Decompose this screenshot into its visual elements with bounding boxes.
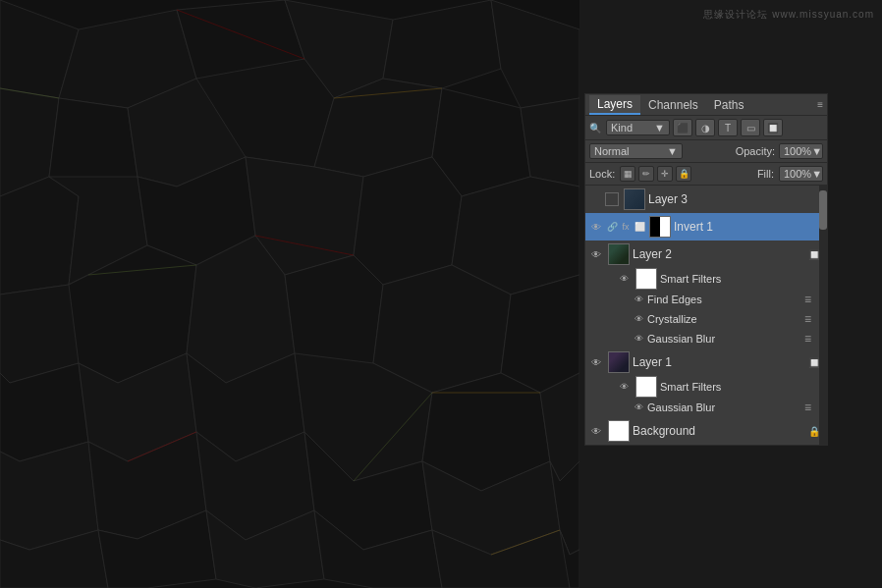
- blend-mode-row: Normal ▼ Opacity: 100% ▼: [585, 140, 827, 163]
- sf2-thumb: [635, 268, 657, 290]
- background-name: Background: [633, 424, 807, 438]
- svg-marker-14: [0, 177, 79, 294]
- shape-filter-btn[interactable]: ▭: [741, 119, 760, 136]
- crystallize-visibility-icon[interactable]: 👁: [630, 309, 647, 329]
- kind-label: Kind: [611, 122, 633, 134]
- background-thumb: [608, 420, 630, 442]
- opacity-input[interactable]: 100% ▼: [779, 143, 823, 159]
- invert1-mask-icon: ⬜: [633, 213, 646, 241]
- layer3-name: Layer 3: [648, 192, 825, 206]
- invert1-visibility-icon[interactable]: 👁: [587, 213, 605, 241]
- adjustment-filter-btn[interactable]: ◑: [695, 119, 715, 136]
- fill-arrow: ▼: [811, 168, 822, 180]
- gaussianblur1-name: Gaussian Blur: [647, 333, 804, 345]
- visibility-icon[interactable]: [587, 186, 605, 213]
- blend-mode-dropdown[interactable]: Normal ▼: [589, 143, 683, 159]
- layer1-name: Layer 1: [633, 355, 807, 369]
- fill-input[interactable]: 100% ▼: [779, 166, 823, 182]
- canvas-area: [0, 0, 579, 588]
- gaussianblur1-settings-icon[interactable]: ≡: [804, 332, 811, 346]
- layer-row[interactable]: Layer 3: [585, 186, 827, 213]
- kind-dropdown[interactable]: Kind ▼: [606, 120, 670, 135]
- layer3-checkbox[interactable]: [605, 192, 619, 206]
- layers-scrollbar[interactable]: [819, 186, 827, 445]
- pixel-filter-btn[interactable]: ⬛: [673, 119, 692, 136]
- gaussianblur2-name: Gaussian Blur: [647, 401, 804, 413]
- lock-label: Lock:: [589, 168, 615, 180]
- layer-list: Layer 3 👁 🔗 fx ⬜ Invert 1 👁 Layer 2 🔲 👁 …: [585, 186, 827, 445]
- invert1-name: Invert 1: [674, 220, 825, 234]
- gaussianblur2-visibility-icon[interactable]: 👁: [630, 398, 647, 417]
- watermark: 思缘设计论坛 www.missyuan.com: [703, 8, 874, 22]
- kind-arrow: ▼: [654, 122, 665, 134]
- crystallize-row[interactable]: 👁 Crystallize ≡: [585, 309, 827, 329]
- tab-layers[interactable]: Layers: [589, 95, 640, 115]
- findedges-settings-icon[interactable]: ≡: [804, 293, 811, 306]
- findedges-row[interactable]: 👁 Find Edges ≡: [585, 290, 827, 309]
- layer2-thumb: [608, 243, 630, 265]
- invert1-row[interactable]: 👁 🔗 fx ⬜ Invert 1: [585, 213, 827, 241]
- sf2-visibility-icon[interactable]: 👁: [615, 268, 633, 290]
- sf2-name: Smart Filters: [660, 273, 825, 285]
- lock-position-btn[interactable]: ✛: [657, 166, 673, 182]
- panel-menu-icon[interactable]: ≡: [817, 99, 823, 110]
- layer2-row[interactable]: 👁 Layer 2 🔲: [585, 241, 827, 268]
- scrollbar-thumb[interactable]: [819, 190, 827, 230]
- search-icon: 🔍: [589, 123, 601, 134]
- lock-transparent-btn[interactable]: ▦: [620, 166, 635, 182]
- type-filter-btn[interactable]: T: [718, 119, 738, 136]
- kind-row: 🔍 Kind ▼ ⬛ ◑ T ▭ 🔲: [585, 116, 827, 140]
- blend-mode-label: Normal: [594, 145, 629, 157]
- fill-label: Fill:: [757, 168, 774, 180]
- crystallize-settings-icon[interactable]: ≡: [804, 312, 811, 326]
- layer3-thumb: [624, 188, 645, 210]
- blend-mode-arrow: ▼: [667, 145, 678, 157]
- sf1-visibility-icon[interactable]: 👁: [615, 376, 633, 398]
- gaussianblur1-row[interactable]: 👁 Gaussian Blur ≡: [585, 329, 827, 348]
- gaussianblur1-visibility-icon[interactable]: 👁: [630, 329, 647, 348]
- layer1-row[interactable]: 👁 Layer 1 🔲: [585, 348, 827, 376]
- tab-paths[interactable]: Paths: [706, 96, 752, 114]
- findedges-name: Find Edges: [647, 294, 804, 305]
- sf1-name: Smart Filters: [660, 381, 825, 393]
- opacity-arrow: ▼: [811, 145, 822, 157]
- invert1-thumb: [649, 216, 671, 238]
- svg-marker-18: [354, 157, 462, 285]
- background-visibility-icon[interactable]: 👁: [587, 417, 605, 445]
- gaussianblur2-row[interactable]: 👁 Gaussian Blur ≡: [585, 398, 827, 417]
- fill-value: 100%: [784, 168, 811, 180]
- crystallize-name: Crystallize: [647, 313, 804, 325]
- layers-panel: Layers Channels Paths ≡ 🔍 Kind ▼ ⬛ ◑ T ▭…: [584, 93, 828, 446]
- layer1-thumb: [608, 351, 630, 373]
- tab-channels[interactable]: Channels: [640, 96, 706, 114]
- layer2-smart-filter-header[interactable]: 👁 Smart Filters: [585, 268, 827, 290]
- tab-bar: Layers Channels Paths ≡: [585, 94, 827, 116]
- opacity-value: 100%: [784, 145, 811, 157]
- lock-all-btn[interactable]: 🔒: [676, 166, 691, 182]
- opacity-label: Opacity:: [736, 145, 775, 157]
- invert1-fx-icon: fx: [619, 213, 633, 241]
- layer2-name: Layer 2: [633, 247, 807, 261]
- background-row[interactable]: 👁 Background 🔒: [585, 417, 827, 445]
- lock-image-btn[interactable]: ✏: [638, 166, 654, 182]
- lock-row: Lock: ▦ ✏ ✛ 🔒 Fill: 100% ▼: [585, 163, 827, 186]
- smart-filter-btn[interactable]: 🔲: [763, 119, 783, 136]
- invert1-chain-icon: 🔗: [605, 213, 619, 241]
- findedges-visibility-icon[interactable]: 👁: [630, 290, 647, 309]
- gaussianblur2-settings-icon[interactable]: ≡: [804, 401, 811, 414]
- layer2-visibility-icon[interactable]: 👁: [587, 241, 605, 268]
- layer1-visibility-icon[interactable]: 👁: [587, 348, 605, 376]
- layer1-smart-filter-header[interactable]: 👁 Smart Filters: [585, 376, 827, 398]
- sf1-thumb: [635, 376, 657, 398]
